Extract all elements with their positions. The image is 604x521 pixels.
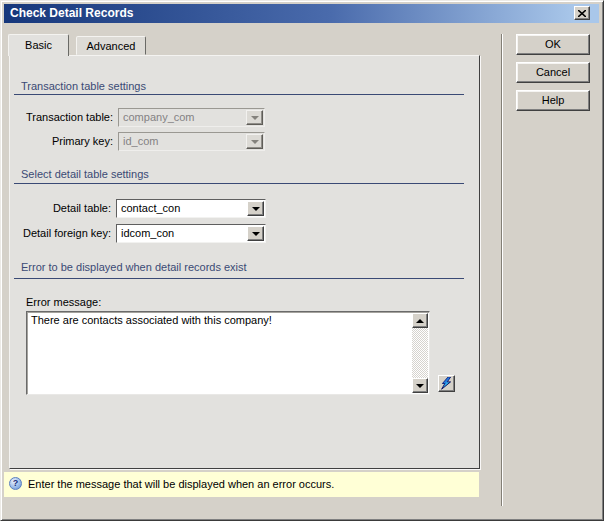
tab-basic[interactable]: Basic: [8, 34, 69, 56]
scrollbar[interactable]: [412, 313, 428, 393]
section-rule: [14, 183, 464, 184]
detail-table-label: Detail table:: [10, 199, 111, 218]
primary-key-label: Primary key:: [10, 132, 113, 151]
section-rule: [14, 278, 464, 279]
detail-foreign-key-label: Detail foreign key:: [10, 224, 111, 243]
scroll-down-button[interactable]: [412, 378, 428, 393]
dropdown-arrow-icon: [246, 134, 263, 149]
detail-table-select[interactable]: contact_con: [116, 199, 266, 218]
vertical-divider: [501, 34, 503, 506]
section-rule: [14, 94, 464, 95]
dropdown-arrow-icon[interactable]: [247, 201, 264, 216]
transaction-table-select: company_com: [118, 108, 265, 127]
tab-advanced[interactable]: Advanced: [76, 36, 146, 55]
section-heading-transaction: Transaction table settings: [21, 80, 146, 92]
lightning-icon: [440, 377, 453, 390]
detail-foreign-key-select[interactable]: idcom_con: [116, 224, 266, 243]
close-icon: [578, 10, 586, 17]
scroll-up-button[interactable]: [412, 313, 428, 328]
error-message-label: Error message:: [26, 296, 101, 308]
dialog-check-detail-records: Check Detail Records Basic Advanced Tran…: [0, 0, 604, 521]
status-bar: ? Enter the message that will be display…: [4, 472, 479, 497]
tab-basic-label: Basic: [25, 39, 52, 51]
help-button-label: Help: [542, 94, 565, 106]
error-message-text: There are contacts associated with this …: [31, 314, 409, 327]
tab-advanced-label: Advanced: [87, 40, 136, 52]
ok-button[interactable]: OK: [516, 34, 590, 55]
cancel-button-label: Cancel: [536, 66, 570, 78]
dropdown-arrow-icon[interactable]: [247, 226, 264, 241]
dropdown-arrow-icon: [246, 110, 263, 125]
detail-table-value: contact_con: [121, 200, 180, 217]
title-bar[interactable]: Check Detail Records: [4, 4, 599, 23]
help-question-icon: ?: [9, 477, 22, 490]
section-heading-detail: Select detail table settings: [21, 168, 149, 180]
status-text: Enter the message that will be displayed…: [28, 472, 334, 497]
primary-key-value: id_com: [123, 133, 158, 150]
cancel-button[interactable]: Cancel: [516, 62, 590, 83]
window-title: Check Detail Records: [10, 6, 133, 20]
transaction-table-label: Transaction table:: [10, 108, 113, 127]
dynamic-data-button[interactable]: [438, 375, 455, 392]
tab-panel-basic: Transaction table settings Transaction t…: [9, 55, 480, 469]
close-button[interactable]: [574, 6, 590, 20]
help-button[interactable]: Help: [516, 90, 590, 111]
error-message-input[interactable]: There are contacts associated with this …: [26, 311, 430, 395]
transaction-table-value: company_com: [123, 109, 195, 126]
section-heading-error: Error to be displayed when detail record…: [21, 261, 247, 273]
primary-key-select: id_com: [118, 132, 265, 151]
detail-foreign-key-value: idcom_con: [121, 225, 174, 242]
ok-button-label: OK: [545, 38, 561, 50]
